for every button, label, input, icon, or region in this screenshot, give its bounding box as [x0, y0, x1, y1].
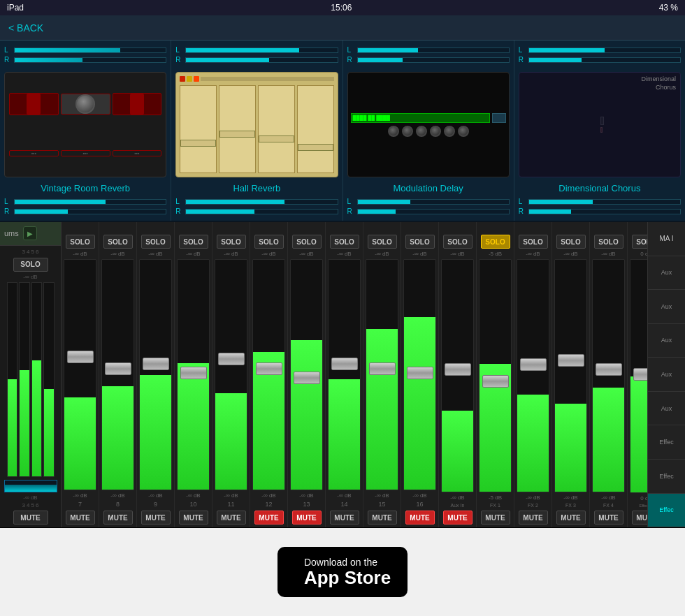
- solo-btn-fx4[interactable]: SOLO: [594, 235, 623, 249]
- fader-handle-13[interactable]: [294, 372, 320, 384]
- effect-panel-hall[interactable]: L R: [171, 41, 342, 221]
- channel-strip-16: SOLO -∞ dB -∞ dB 16 MUTE: [401, 222, 439, 527]
- fader-handle-fx3[interactable]: [558, 354, 584, 367]
- solo-btn-13[interactable]: SOLO: [292, 235, 322, 249]
- mute-btn-7[interactable]: MUTE: [66, 511, 95, 525]
- sidebar-btn-aux4[interactable]: Aux: [648, 358, 685, 392]
- sidebar-btn-effec1[interactable]: Effec: [648, 425, 685, 460]
- left-solo-button[interactable]: SOLO: [13, 258, 48, 272]
- strip-label-top: ums ▶: [0, 222, 61, 246]
- fader-area-14: [326, 258, 363, 492]
- mute-btn-15[interactable]: MUTE: [368, 511, 397, 525]
- device-chorus[interactable]: DimensionalChorus: [519, 72, 681, 177]
- fader-area-fx3: [552, 258, 589, 494]
- nav-bar: < BACK: [0, 15, 685, 41]
- fader-area-auxin: [439, 258, 476, 494]
- solo-btn-11[interactable]: SOLO: [217, 235, 246, 249]
- device-mod[interactable]: ████ ██ ████: [347, 72, 510, 177]
- solo-btn-9[interactable]: SOLO: [141, 235, 171, 249]
- device-vintage[interactable]: ▪▪▪ ▪▪▪ ▪▪▪: [4, 72, 166, 177]
- solo-btn-fx3[interactable]: SOLO: [556, 235, 586, 249]
- bottom-meters-chorus: L R: [519, 198, 681, 215]
- mute-btn-10[interactable]: MUTE: [179, 511, 208, 525]
- sidebar-btn-main[interactable]: MA I: [648, 222, 685, 256]
- fader-handle-15[interactable]: [369, 362, 396, 375]
- left-fader-track-1: [7, 282, 18, 477]
- sidebar-btn-aux1[interactable]: Aux: [648, 256, 685, 291]
- back-button[interactable]: < BACK: [8, 22, 43, 34]
- fader-track-15: [366, 259, 398, 490]
- solo-btn-7[interactable]: SOLO: [66, 235, 95, 249]
- effect-panel-mod[interactable]: L R ████ ██ ████: [343, 41, 514, 221]
- sidebar-btn-effec3[interactable]: Effec: [648, 494, 685, 528]
- mute-btn-fx2[interactable]: MUTE: [519, 511, 548, 525]
- solo-btn-14[interactable]: SOLO: [330, 235, 359, 249]
- solo-btn-fx1[interactable]: SOLO: [481, 235, 510, 249]
- mute-btn-fx1[interactable]: MUTE: [481, 511, 510, 525]
- left-mute-button[interactable]: MUTE: [13, 511, 48, 525]
- effect-name-hall: Hall Reverb: [233, 183, 280, 193]
- effect-panel-vintage[interactable]: L R ▪▪▪ ▪▪▪ ▪▪▪ Vintage Room Reverb: [0, 41, 171, 221]
- fader-handle-effect4[interactable]: [633, 368, 648, 381]
- mute-btn-8[interactable]: MUTE: [103, 511, 133, 525]
- effect-panel-chorus[interactable]: L R DimensionalChorus Dimensional Chorus…: [514, 41, 685, 221]
- fader-handle-auxin[interactable]: [445, 363, 471, 376]
- sidebar-btn-aux5[interactable]: Aux: [648, 392, 685, 426]
- mute-btn-16[interactable]: MUTE: [405, 511, 435, 525]
- sidebar-btn-aux2[interactable]: Aux: [648, 290, 685, 324]
- fader-handle-16[interactable]: [407, 367, 433, 379]
- channel-num-7: 7: [78, 501, 82, 508]
- fader-area-10: [175, 258, 212, 492]
- solo-btn-8[interactable]: SOLO: [103, 235, 133, 249]
- solo-btn-16[interactable]: SOLO: [405, 235, 435, 249]
- left-fader-area: [6, 281, 56, 478]
- channel-strip-8: SOLO -∞ dB -∞ dB 8 MUTE: [99, 222, 137, 527]
- mute-btn-9[interactable]: MUTE: [141, 511, 171, 525]
- mute-btn-fx4[interactable]: MUTE: [594, 511, 623, 525]
- mute-btn-14[interactable]: MUTE: [330, 511, 359, 525]
- fader-handle-8[interactable]: [105, 362, 131, 375]
- solo-btn-10[interactable]: SOLO: [179, 235, 208, 249]
- effect-name-chorus: Dimensional Chorus: [558, 183, 640, 193]
- channel-strip-15: SOLO -∞ dB -∞ dB 15 MUTE: [363, 222, 401, 527]
- fader-handle-12[interactable]: [256, 362, 282, 375]
- mute-btn-11[interactable]: MUTE: [217, 511, 246, 525]
- mute-btn-fx3[interactable]: MUTE: [556, 511, 586, 525]
- left-fader-track-3: [31, 282, 43, 477]
- sidebar-btn-aux3[interactable]: Aux: [648, 324, 685, 358]
- mute-btn-effect4[interactable]: MUTE: [632, 511, 648, 525]
- fader-handle-9[interactable]: [143, 358, 169, 370]
- fader-handle-fx4[interactable]: [596, 363, 622, 376]
- color-bar-7: [62, 222, 99, 232]
- left-strip-content: 3 4 5 6 SOLO -∞ dB: [0, 246, 61, 527]
- chorus-device-label: DimensionalChorus: [641, 75, 676, 91]
- fader-handle-fx2[interactable]: [520, 358, 547, 371]
- solo-btn-auxin[interactable]: SOLO: [443, 235, 473, 249]
- mute-btn-13[interactable]: MUTE: [292, 511, 322, 525]
- channel-strip-11: SOLO -∞ dB -∞ dB 11 MUTE: [212, 222, 250, 527]
- fader-handle-14[interactable]: [331, 358, 358, 370]
- meter-r-label: R: [4, 56, 11, 64]
- fader-handle-11[interactable]: [218, 353, 245, 365]
- app-store-button[interactable]: Download on the App Store: [277, 547, 408, 598]
- device-hall[interactable]: [175, 72, 338, 177]
- solo-btn-12[interactable]: SOLO: [254, 235, 284, 249]
- fader-handle-fx1[interactable]: [482, 375, 509, 388]
- left-strip: ums ▶ 3 4 5 6 SOLO -∞ dB: [0, 222, 62, 527]
- db-label-7: -∞ dB: [73, 251, 87, 257]
- mute-btn-auxin[interactable]: MUTE: [443, 511, 473, 525]
- fader-handle-10[interactable]: [180, 367, 207, 379]
- channel-strip-fx1: SOLO -5 dB -5 dB FX 1 MUTE: [477, 222, 514, 527]
- meter-l-track: [14, 47, 166, 53]
- effects-row: L R ▪▪▪ ▪▪▪ ▪▪▪ Vintage Room Reverb: [0, 41, 685, 222]
- fader-area-fx4: [590, 258, 627, 494]
- solo-btn-effect4[interactable]: SOLO: [632, 235, 648, 249]
- app-store-top-text: Download on the: [304, 557, 391, 568]
- sidebar-btn-effec2[interactable]: Effec: [648, 460, 685, 494]
- mute-btn-12[interactable]: MUTE: [254, 511, 284, 525]
- fader-handle-7[interactable]: [67, 351, 94, 363]
- channel-strip-7: SOLO -∞ dB -∞ dB 7 MUTE: [62, 222, 99, 527]
- solo-btn-15[interactable]: SOLO: [368, 235, 397, 249]
- solo-btn-fx2[interactable]: SOLO: [519, 235, 548, 249]
- play-button[interactable]: ▶: [23, 226, 37, 240]
